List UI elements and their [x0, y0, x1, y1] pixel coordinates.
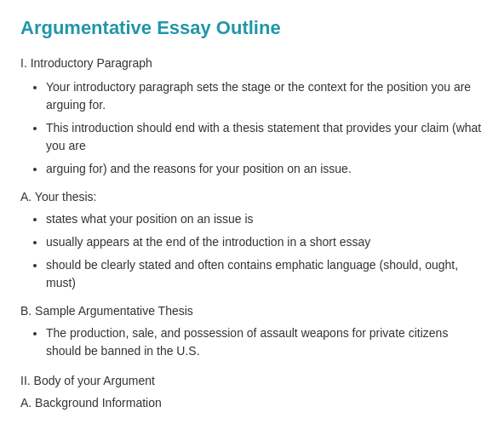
section-i-bullet-list: Your introductory paragraph sets the sta… [46, 78, 484, 178]
subsection-a-thesis-list: states what your position on an issue is… [46, 210, 484, 292]
list-item: arguing for) and the reasons for your po… [46, 160, 484, 178]
list-item: This introduction should end with a thes… [46, 119, 484, 155]
list-item: Your introductory paragraph sets the sta… [46, 78, 484, 114]
section-ii-heading: II. Body of your Argument [20, 374, 484, 387]
subsection-b-sample-list: The production, sale, and possession of … [46, 324, 484, 360]
list-item: usually appears at the end of the introd… [46, 233, 484, 251]
list-item: should be clearly stated and often conta… [46, 256, 484, 292]
subsection-background-heading: A. Background Information [20, 396, 484, 410]
page-title: Argumentative Essay Outline [20, 17, 484, 39]
list-item: states what your position on an issue is [46, 210, 484, 228]
section-i-heading: I. Introductory Paragraph [20, 56, 484, 70]
list-item: The production, sale, and possession of … [46, 324, 484, 360]
subsection-b-sample-heading: B. Sample Argumentative Thesis [20, 304, 484, 318]
subsection-a-thesis-heading: A. Your thesis: [20, 190, 484, 203]
